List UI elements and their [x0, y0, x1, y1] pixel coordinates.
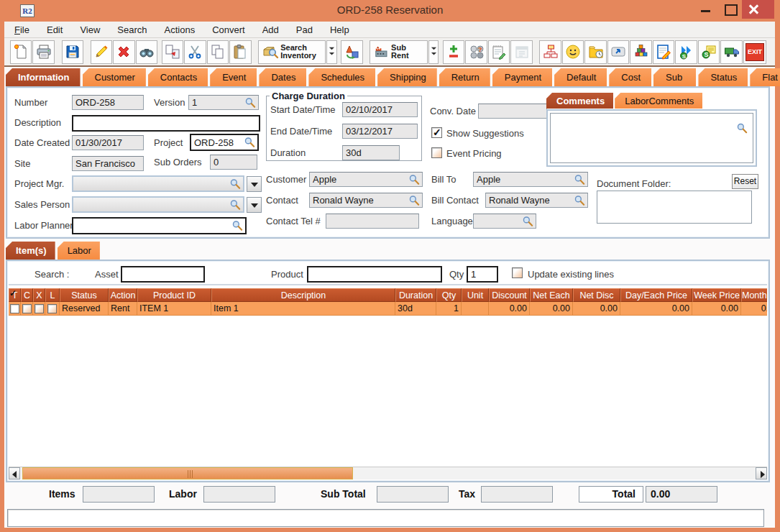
contact-field[interactable]	[309, 193, 423, 208]
col-status[interactable]: Status	[60, 288, 109, 302]
project-field[interactable]	[190, 134, 259, 151]
cut-button[interactable]	[184, 40, 206, 64]
customer-lookup-icon[interactable]	[408, 173, 421, 185]
menu-help[interactable]: Help	[330, 24, 349, 35]
bill-to-field[interactable]	[473, 172, 588, 187]
menu-edit[interactable]: Edit	[47, 24, 63, 35]
comments-textarea[interactable]	[551, 114, 753, 162]
document-folder-box[interactable]	[597, 191, 752, 224]
menu-file[interactable]: File	[14, 24, 29, 35]
tab-status[interactable]: Status	[698, 68, 748, 86]
contact-lookup-icon[interactable]	[408, 194, 421, 206]
row-c-checkbox[interactable]	[22, 304, 32, 313]
col-unit[interactable]: Unit	[462, 288, 489, 302]
scroll-left-arrow[interactable]	[9, 467, 20, 480]
notes-button[interactable]	[488, 40, 510, 64]
col-day-each-price[interactable]: Day/Each Price	[620, 288, 692, 302]
tab-customer[interactable]: Customer	[83, 68, 146, 86]
tab-comments[interactable]: Comments	[546, 93, 613, 109]
bill-contact-lookup-icon[interactable]	[574, 194, 586, 206]
total-value-field[interactable]: 0.00	[646, 486, 717, 503]
print-button[interactable]	[32, 40, 54, 64]
forward-money-button[interactable]: S	[675, 40, 697, 64]
tax-field[interactable]	[481, 486, 553, 503]
group-query-button[interactable]: ?	[465, 40, 487, 64]
items-total-field[interactable]	[83, 486, 155, 503]
search-inventory-button[interactable]: Search Inventory	[258, 40, 326, 64]
duration-field[interactable]	[342, 145, 400, 160]
horizontal-scrollbar[interactable]	[9, 467, 767, 480]
money-note-button[interactable]: S	[698, 40, 720, 64]
col-week-price[interactable]: Week Price	[692, 288, 741, 302]
site-field[interactable]	[72, 156, 144, 171]
col-month-price[interactable]: Month Price	[741, 288, 767, 302]
tab-dates[interactable]: Dates	[259, 68, 306, 86]
shortcut-key-button[interactable]	[607, 40, 629, 64]
product-input[interactable]	[307, 266, 442, 283]
language-field[interactable]	[473, 214, 536, 229]
tab-payment[interactable]: Payment	[492, 68, 552, 86]
calendar-button[interactable]	[510, 40, 532, 64]
search-inventory-dropdown[interactable]	[326, 40, 336, 64]
tab-sub-total[interactable]: Sub Total	[653, 68, 696, 86]
menu-actions[interactable]: Actions	[165, 24, 196, 35]
find-button[interactable]	[136, 40, 157, 64]
tab-cost[interactable]: Cost	[609, 68, 651, 86]
col-duration[interactable]: Duration	[395, 288, 436, 302]
col-description[interactable]: Description	[211, 288, 395, 302]
table-row[interactable]: Reserved Rent ITEM 1 Item 1 30d 1 0.00 0…	[9, 302, 767, 316]
minimize-button[interactable]	[695, 0, 717, 17]
col-net-disc[interactable]: Net Disc	[573, 288, 620, 302]
labor-total-field[interactable]	[203, 486, 275, 503]
col-product-id[interactable]: Product ID	[137, 288, 211, 302]
sales-person-dropdown[interactable]	[247, 197, 262, 213]
tab-event[interactable]: Event	[210, 68, 257, 86]
menu-convert[interactable]: Convert	[212, 24, 245, 35]
tab-labor[interactable]: Labor	[58, 242, 100, 260]
sub-total-field[interactable]	[377, 486, 449, 503]
tab-labor-comments[interactable]: LaborComments	[615, 93, 702, 109]
number-field[interactable]	[72, 95, 144, 110]
shapes-button[interactable]	[341, 40, 362, 64]
description-field[interactable]	[72, 115, 260, 132]
edit-note-button[interactable]	[653, 40, 674, 64]
bill-to-lookup-icon[interactable]	[574, 173, 586, 185]
org-chart-button[interactable]	[539, 40, 561, 64]
menu-add[interactable]: Add	[262, 24, 279, 35]
row-l-checkbox[interactable]	[47, 304, 57, 313]
row-t-checkbox[interactable]	[10, 304, 19, 313]
edit-button[interactable]	[91, 40, 112, 64]
col-qty[interactable]: Qty	[436, 288, 462, 302]
start-date-field[interactable]	[342, 102, 418, 117]
tab-return[interactable]: Return	[439, 68, 490, 86]
sub-rent-button[interactable]: Sub Rent	[370, 40, 428, 64]
tab-contacts[interactable]: Contacts	[148, 68, 208, 86]
add-remove-button[interactable]	[443, 40, 464, 64]
tab-flat-discounts[interactable]: Flat Discounts	[750, 68, 780, 86]
new-document-button[interactable]	[10, 40, 32, 64]
project-mgr-field[interactable]	[72, 175, 244, 192]
inventory-cubes-button[interactable]	[630, 40, 651, 64]
labor-planner-lookup-icon[interactable]	[231, 220, 244, 232]
col-l[interactable]: L	[45, 288, 60, 302]
paste-button[interactable]	[229, 40, 251, 64]
project-mgr-dropdown[interactable]	[247, 176, 262, 192]
contact-tel-field[interactable]	[326, 214, 419, 229]
delivery-truck-button[interactable]	[720, 40, 742, 64]
maximize-button[interactable]	[720, 0, 741, 17]
project-lookup-icon[interactable]	[244, 137, 256, 149]
asset-input[interactable]	[121, 266, 205, 283]
exit-button[interactable]: EXIT	[743, 40, 766, 64]
transfer-button[interactable]	[162, 40, 183, 64]
folder-clock-button[interactable]	[584, 40, 606, 64]
row-x-checkbox[interactable]	[35, 304, 44, 313]
customer-field[interactable]	[309, 172, 423, 187]
tab-information[interactable]: Information	[6, 68, 81, 86]
copy-button[interactable]	[207, 40, 229, 64]
close-button[interactable]	[742, 0, 774, 19]
tab-default[interactable]: Default	[554, 68, 607, 86]
update-existing-lines-checkbox[interactable]	[512, 267, 523, 278]
smiley-button[interactable]	[562, 40, 584, 64]
delete-button[interactable]	[113, 40, 134, 64]
tab-items[interactable]: Item(s)	[6, 242, 55, 260]
